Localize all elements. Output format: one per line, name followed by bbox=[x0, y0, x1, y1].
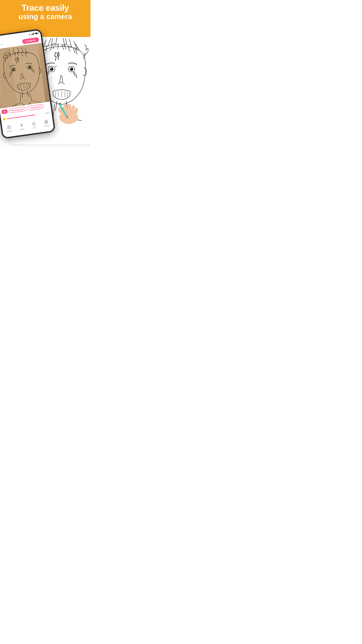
svg-point-21 bbox=[12, 68, 14, 71]
header-title: Trace easily bbox=[0, 3, 90, 12]
svg-line-10 bbox=[67, 92, 68, 96]
filter-monochrome[interactable]: Monochrome bbox=[9, 106, 26, 113]
svg-line-6 bbox=[55, 92, 56, 96]
nav-label-explore: Explore bbox=[44, 124, 50, 127]
nav-label-lock: Lock bbox=[32, 126, 36, 129]
explore-icon bbox=[43, 119, 49, 124]
header-subtitle: using a camera bbox=[0, 12, 90, 21]
svg-point-32 bbox=[8, 127, 10, 128]
camera-icon bbox=[6, 124, 11, 130]
svg-point-24 bbox=[28, 66, 31, 68]
nav-label-camera: Camera bbox=[6, 130, 12, 132]
hand-pencil-container bbox=[52, 99, 89, 126]
nav-label-splash: Splash bbox=[19, 128, 25, 130]
svg-rect-31 bbox=[7, 126, 11, 129]
filter-original[interactable]: al bbox=[1, 109, 8, 114]
slider-thumb bbox=[32, 114, 35, 116]
header-text-block: Trace easily using a camera bbox=[0, 3, 90, 21]
hand-pencil-svg bbox=[52, 99, 89, 126]
svg-line-33 bbox=[22, 126, 22, 127]
complete-button[interactable]: Complete bbox=[22, 37, 39, 44]
slider-sun-icon bbox=[3, 118, 6, 120]
lock-icon bbox=[31, 121, 36, 126]
nav-item-splash[interactable]: Splash bbox=[19, 123, 25, 131]
status-icons: ▼ bbox=[28, 32, 38, 36]
svg-point-2 bbox=[50, 68, 51, 69]
battery-fill bbox=[35, 33, 37, 34]
page-wrapper: Trace easily using a camera bbox=[0, 0, 90, 161]
svg-rect-36 bbox=[44, 120, 46, 122]
svg-rect-37 bbox=[46, 120, 48, 122]
lte-signal bbox=[31, 33, 34, 35]
nav-item-lock[interactable]: Lock bbox=[31, 121, 37, 129]
svg-point-35 bbox=[34, 124, 34, 124]
slider-percent-label: 85% bbox=[45, 112, 50, 114]
nav-item-explore[interactable]: Explore bbox=[43, 119, 50, 127]
svg-point-5 bbox=[70, 68, 71, 69]
forward-button[interactable] bbox=[0, 42, 4, 48]
toolbar-arrows bbox=[0, 42, 4, 48]
signal-icon: ▼ bbox=[28, 33, 30, 36]
svg-rect-38 bbox=[45, 122, 46, 124]
filter-transparent[interactable]: Transparent bbox=[27, 104, 44, 110]
battery-icon bbox=[35, 32, 38, 34]
splash-icon bbox=[19, 123, 24, 128]
nav-item-camera[interactable]: Camera bbox=[5, 124, 12, 132]
svg-rect-39 bbox=[46, 122, 48, 124]
